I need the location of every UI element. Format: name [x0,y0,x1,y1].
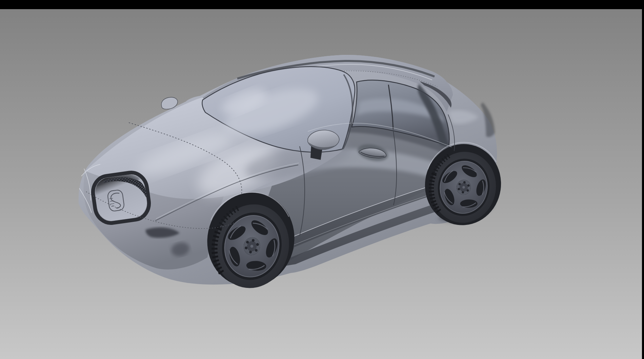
frame-top-bar [0,0,644,9]
3d-viewport-canvas[interactable] [0,0,644,359]
frame-right-bar [642,0,644,359]
front-grille [91,171,151,225]
cad-viewer-window [0,0,644,359]
